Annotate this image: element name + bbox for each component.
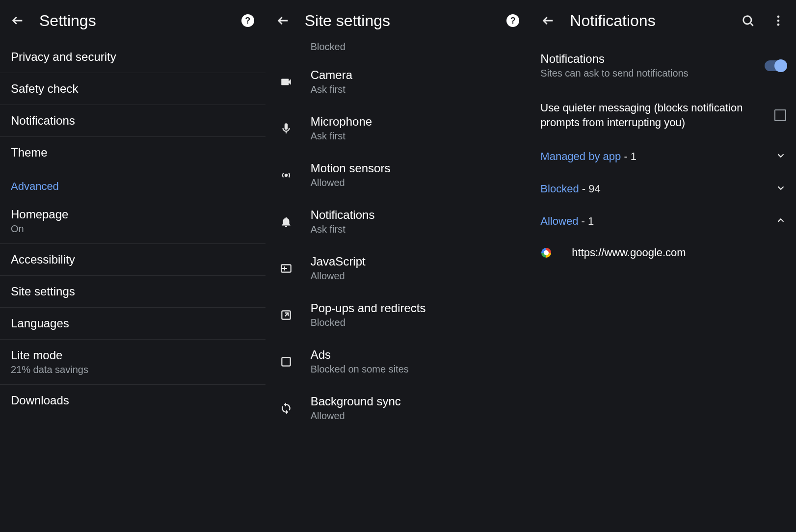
camera-icon bbox=[280, 76, 292, 88]
site-setting-ads[interactable]: Ads Blocked on some sites bbox=[265, 338, 531, 385]
site-url: https://www.google.com bbox=[572, 246, 686, 259]
site-settings-toolbar: Site settings ? bbox=[265, 0, 531, 41]
settings-item-theme[interactable]: Theme bbox=[0, 137, 265, 168]
bell-icon bbox=[280, 215, 292, 228]
notifications-master-toggle-row[interactable]: Notifications Sites can ask to send noti… bbox=[531, 41, 796, 90]
settings-item-homepage[interactable]: Homepage On bbox=[0, 199, 265, 244]
more-vert-icon bbox=[771, 14, 785, 27]
settings-item-languages[interactable]: Languages bbox=[0, 308, 265, 340]
chevron-up-icon bbox=[775, 215, 786, 228]
group-name: Managed by app bbox=[540, 150, 621, 162]
group-allowed[interactable]: Allowed - 1 bbox=[531, 205, 796, 238]
motion-sensors-icon bbox=[280, 169, 292, 182]
javascript-icon bbox=[280, 262, 292, 275]
settings-item-safety[interactable]: Safety check bbox=[0, 73, 265, 105]
svg-point-0 bbox=[285, 174, 287, 176]
group-blocked[interactable]: Blocked - 94 bbox=[531, 173, 796, 205]
item-sublabel: Blocked bbox=[311, 317, 426, 328]
back-button[interactable] bbox=[274, 12, 292, 29]
site-settings-list: Camera Ask first Microphone Ask first Mo… bbox=[265, 58, 531, 431]
settings-item-privacy[interactable]: Privacy and security bbox=[0, 41, 265, 73]
item-label: Notifications bbox=[11, 114, 255, 128]
site-setting-popups[interactable]: Pop-ups and redirects Blocked bbox=[265, 292, 531, 338]
arrow-back-icon bbox=[541, 14, 555, 27]
site-settings-title: Site settings bbox=[305, 12, 492, 30]
notifications-title: Notifications bbox=[570, 12, 726, 30]
item-label: Theme bbox=[11, 146, 255, 160]
item-label: Ads bbox=[311, 348, 409, 362]
item-sublabel: On bbox=[11, 223, 255, 235]
notifications-toggle[interactable] bbox=[765, 60, 786, 71]
item-label: Use quieter messaging (blocks notificati… bbox=[540, 101, 766, 130]
item-label: Safety check bbox=[11, 82, 255, 96]
notifications-panel: Notifications Notifications Sites can as… bbox=[531, 0, 796, 532]
item-label: Site settings bbox=[11, 285, 255, 298]
item-sublabel: Allowed bbox=[311, 410, 401, 422]
settings-panel: Settings ? Privacy and security Safety c… bbox=[0, 0, 265, 532]
item-label: Notifications bbox=[311, 208, 375, 222]
svg-point-4 bbox=[743, 16, 751, 24]
settings-item-litemode[interactable]: Lite mode 21% data savings bbox=[0, 340, 265, 385]
more-button[interactable] bbox=[769, 12, 787, 29]
item-label: Camera bbox=[311, 68, 352, 82]
svg-rect-3 bbox=[282, 357, 290, 366]
item-label: Microphone bbox=[311, 115, 372, 129]
quieter-messaging-checkbox[interactable] bbox=[774, 109, 786, 121]
group-count: - 1 bbox=[624, 150, 637, 162]
partial-item-sublabel: Blocked bbox=[265, 41, 531, 58]
item-sublabel: Blocked on some sites bbox=[311, 364, 409, 375]
settings-list: Privacy and security Safety check Notifi… bbox=[0, 41, 265, 416]
settings-item-accessibility[interactable]: Accessibility bbox=[0, 244, 265, 276]
svg-point-5 bbox=[777, 16, 780, 18]
group-count: - 1 bbox=[582, 215, 594, 227]
settings-item-notifications[interactable]: Notifications bbox=[0, 105, 265, 137]
item-label: Notifications bbox=[540, 52, 756, 66]
group-count: - 94 bbox=[582, 183, 601, 195]
site-settings-panel: Site settings ? Blocked Camera Ask first… bbox=[265, 0, 531, 532]
help-button[interactable]: ? bbox=[504, 12, 522, 29]
item-sublabel: Ask first bbox=[311, 131, 372, 142]
search-button[interactable] bbox=[739, 12, 757, 29]
sync-icon bbox=[280, 402, 292, 415]
settings-item-downloads[interactable]: Downloads bbox=[0, 385, 265, 416]
arrow-back-icon bbox=[276, 14, 290, 27]
notifications-toolbar: Notifications bbox=[531, 0, 796, 41]
allowed-site-row[interactable]: https://www.google.com bbox=[531, 238, 796, 268]
site-setting-motion[interactable]: Motion sensors Allowed bbox=[265, 152, 531, 198]
item-label: Pop-ups and redirects bbox=[311, 301, 426, 315]
quieter-messaging-row[interactable]: Use quieter messaging (blocks notificati… bbox=[531, 90, 796, 140]
item-label: Homepage bbox=[11, 208, 255, 221]
search-icon bbox=[741, 14, 755, 27]
site-setting-camera[interactable]: Camera Ask first bbox=[265, 58, 531, 105]
settings-item-sitesettings[interactable]: Site settings bbox=[0, 276, 265, 308]
item-label: Background sync bbox=[311, 395, 401, 408]
site-setting-notifications[interactable]: Notifications Ask first bbox=[265, 198, 531, 245]
group-name: Allowed bbox=[540, 215, 578, 227]
help-icon: ? bbox=[506, 14, 519, 27]
item-sublabel: Ask first bbox=[311, 224, 375, 235]
help-icon: ? bbox=[241, 14, 254, 27]
item-sublabel: Sites can ask to send notifications bbox=[540, 68, 756, 79]
arrow-back-icon bbox=[11, 14, 25, 27]
site-setting-javascript[interactable]: JavaScript Allowed bbox=[265, 245, 531, 292]
help-button[interactable]: ? bbox=[239, 12, 257, 29]
item-sublabel: Ask first bbox=[311, 84, 352, 95]
google-favicon-icon bbox=[540, 247, 552, 259]
back-button[interactable] bbox=[539, 12, 557, 29]
item-sublabel: Allowed bbox=[311, 270, 366, 282]
svg-point-7 bbox=[777, 24, 780, 26]
settings-toolbar: Settings ? bbox=[0, 0, 265, 41]
site-setting-microphone[interactable]: Microphone Ask first bbox=[265, 105, 531, 152]
item-sublabel: 21% data savings bbox=[11, 364, 255, 375]
site-setting-background-sync[interactable]: Background sync Allowed bbox=[265, 385, 531, 431]
ads-icon bbox=[280, 355, 292, 368]
svg-point-6 bbox=[777, 20, 780, 22]
item-label: Downloads bbox=[11, 394, 255, 407]
chevron-down-icon bbox=[775, 183, 786, 195]
popup-icon bbox=[280, 309, 292, 321]
group-managed-by-app[interactable]: Managed by app - 1 bbox=[531, 140, 796, 173]
microphone-icon bbox=[280, 122, 292, 135]
back-button[interactable] bbox=[9, 12, 27, 29]
item-sublabel: Allowed bbox=[311, 177, 391, 188]
settings-title: Settings bbox=[39, 12, 226, 30]
